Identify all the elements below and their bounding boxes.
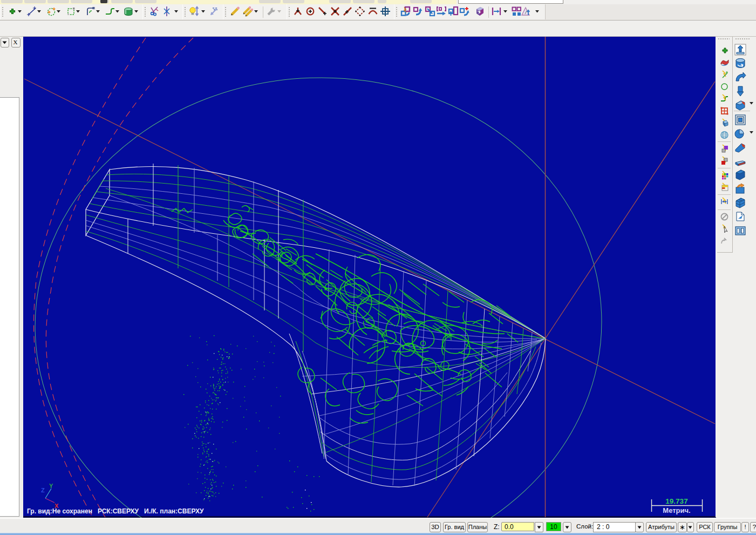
svg-text:Гр. вид:Не сохранен РСК:СВЕР: Гр. вид:Не сохранен РСК:СВЕРХУ И./К. пла…	[27, 507, 204, 515]
svg-text:Y: Y	[49, 483, 53, 489]
svg-text:Z: Z	[41, 487, 45, 493]
svg-text:19.737: 19.737	[665, 497, 687, 505]
svg-text:Метрич.: Метрич.	[663, 506, 690, 514]
